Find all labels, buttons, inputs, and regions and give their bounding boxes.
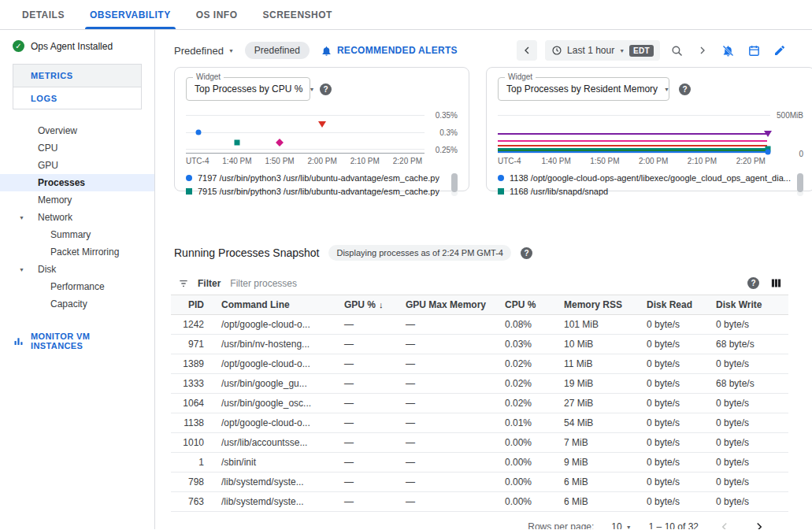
sidebar-item-cpu[interactable]: CPU <box>0 139 154 157</box>
column-header-label: CPU % <box>505 299 536 310</box>
legend-item[interactable]: 7915 /usr/bin/python3 /usr/lib/ubuntu-ad… <box>186 187 445 196</box>
column-display-options-icon[interactable] <box>770 277 782 289</box>
tab-screenshot[interactable]: SCREENSHOT <box>250 0 345 29</box>
bell-off-icon <box>721 44 735 57</box>
column-header-memory-rss[interactable]: Memory RSS <box>558 295 640 315</box>
widgets-row: Widget Top Processes by CPU % ▼ ? 0.35%0… <box>174 67 788 191</box>
previous-page-button[interactable] <box>716 518 733 529</box>
table-row[interactable]: 1138/opt/google-cloud-o...——0.01%54 MiB0… <box>171 413 788 433</box>
chevron-down-icon: ▼ <box>309 87 314 92</box>
help-icon[interactable]: ? <box>521 247 532 259</box>
column-header-label: Command Line <box>221 299 290 310</box>
column-header-gpu-max-memory[interactable]: GPU Max Memory <box>399 295 499 315</box>
sidebar-item-overview[interactable]: Overview <box>0 122 154 139</box>
table-row[interactable]: 1389/opt/google-cloud-o...——0.02%11 MiB0… <box>171 354 788 374</box>
table-row[interactable]: 1010/usr/lib/accountsse...——0.00%7 MiB0 … <box>171 433 788 453</box>
help-icon[interactable]: ? <box>320 83 332 95</box>
time-range-selector[interactable]: Last 1 hour ▼ EDT <box>545 40 660 61</box>
widget-card-top-processes-memory: Widget Top Processes by Resident Memory … <box>486 67 812 191</box>
sidebar-item-gpu[interactable]: GPU <box>0 157 154 174</box>
main-content: Predefined ▼ Predefined RECOMMENDED ALER… <box>155 30 812 529</box>
sidebar-view-metrics[interactable]: METRICS <box>13 65 141 87</box>
table-row[interactable]: 1/sbin/init——0.00%9 MiB0 byte/s0 byte/s <box>171 453 788 473</box>
sidebar-item-packet-mirroring[interactable]: Packet Mirroring <box>0 243 154 261</box>
legend-scrollbar[interactable] <box>451 173 458 196</box>
widget-type-select[interactable]: Widget Top Processes by CPU % ▼ <box>186 77 310 101</box>
sidebar-item-memory[interactable]: Memory <box>0 191 154 209</box>
chevron-down-icon: ▼ <box>228 48 234 54</box>
column-header-command-line[interactable]: Command Line <box>215 295 338 315</box>
column-header-cpu[interactable]: CPU % <box>499 295 558 315</box>
sidebar-item-capacity[interactable]: Capacity <box>0 295 154 313</box>
sidebar-view-logs[interactable]: LOGS <box>13 87 141 109</box>
cell-pid: 1010 <box>171 433 215 453</box>
view-in-dashboard-button[interactable] <box>745 42 763 60</box>
legend-item[interactable]: 7197 /usr/bin/python3 /usr/lib/ubuntu-ad… <box>186 173 445 183</box>
sidebar-item-label: CPU <box>38 143 57 154</box>
chevron-left-icon <box>717 520 732 529</box>
x-tick-label: 2:10 PM <box>350 157 380 165</box>
help-icon[interactable]: ? <box>679 83 691 95</box>
chart-y-axis-labels: 500MiB0 <box>770 111 803 154</box>
tab-os-info[interactable]: OS INFO <box>184 0 250 29</box>
predefined-chip[interactable]: Predefined <box>245 42 310 59</box>
time-pan-right-button[interactable] <box>694 42 711 59</box>
time-pan-left-button[interactable] <box>517 40 537 61</box>
widget-type-select[interactable]: Widget Top Processes by Resident Memory … <box>498 77 669 101</box>
tab-observability[interactable]: OBSERVABILITY <box>77 0 184 29</box>
table-row[interactable]: 1333/usr/bin/google_gu...——0.02%19 MiB0 … <box>171 374 788 394</box>
dashboard-preset-label: Predefined <box>174 45 224 57</box>
legend-marker-square <box>498 188 504 195</box>
sidebar-item-performance[interactable]: Performance <box>0 278 154 295</box>
edit-dashboard-button[interactable] <box>771 42 788 59</box>
cell-gpu: — <box>338 492 399 512</box>
chart-x-axis-labels: UTC-41:40 PM1:50 PM2:00 PM2:10 PM2:20 PM <box>498 154 770 166</box>
table-row[interactable]: 971/usr/bin/nv-hosteng...——0.03%10 MiB0 … <box>171 335 788 354</box>
zoom-search-button[interactable] <box>668 42 686 60</box>
cell-pid: 1333 <box>171 374 215 394</box>
sidebar-item-summary[interactable]: Summary <box>0 226 154 243</box>
column-header-label: Memory RSS <box>564 299 622 310</box>
monitor-vm-instances-link[interactable]: MONITOR VM INSTANCES <box>13 332 142 350</box>
chart-y-axis-labels: 0.35%0.3%0.25% <box>425 111 458 154</box>
sidebar-item-label: GPU <box>38 160 58 171</box>
sidebar-item-disk[interactable]: ▼Disk <box>0 261 154 278</box>
y-tick-label: 0 <box>799 150 803 158</box>
series-line <box>498 151 767 153</box>
legend-scrollbar[interactable] <box>797 173 803 196</box>
cell-cpu: 0.02% <box>499 354 558 374</box>
chart-marker-triangle-down <box>318 121 326 128</box>
table-row[interactable]: 798/lib/systemd/syste...——0.00%6 MiB0 by… <box>171 473 788 492</box>
filter-processes-input[interactable] <box>228 277 740 290</box>
cell-disk-write: 0 byte/s <box>710 433 788 453</box>
expand-arrow-icon[interactable]: ▼ <box>19 215 24 221</box>
tab-details[interactable]: DETAILS <box>9 0 77 29</box>
chevron-down-icon: ▼ <box>664 87 669 92</box>
cpu-scatter-chart: 0.35%0.3%0.25% UTC-41:40 PM1:50 PM2:00 P… <box>186 111 458 166</box>
table-row[interactable]: 1064/usr/bin/google_osc...——0.02%27 MiB0… <box>171 394 788 413</box>
column-header-gpu[interactable]: GPU %↓ <box>338 295 399 315</box>
scrollbar-thumb[interactable] <box>451 173 458 192</box>
dashboard-preset-dropdown[interactable]: Predefined ▼ <box>174 45 234 57</box>
column-header-pid[interactable]: PID <box>171 295 215 315</box>
rows-per-page-select[interactable]: 10 ▼ <box>611 521 631 529</box>
search-icon <box>670 44 684 57</box>
column-header-disk-read[interactable]: Disk Read <box>640 295 710 315</box>
recommended-alerts-button[interactable]: RECOMMENDED ALERTS <box>321 45 458 57</box>
expand-arrow-icon[interactable]: ▼ <box>19 267 24 272</box>
cell-gpu-max-memory: — <box>399 374 499 394</box>
cell-pid: 763 <box>171 492 215 512</box>
column-header-disk-write[interactable]: Disk Write <box>710 295 788 315</box>
sidebar-item-network[interactable]: ▼Network <box>0 209 154 226</box>
table-row[interactable]: 763/lib/systemd/syste...——0.00%6 MiB0 by… <box>171 492 788 512</box>
next-page-button[interactable] <box>751 518 768 529</box>
table-row[interactable]: 1242/opt/google-cloud-o...——0.08%101 MiB… <box>171 315 788 335</box>
sidebar-item-processes[interactable]: Processes <box>0 174 154 191</box>
alerts-off-button[interactable] <box>719 42 737 60</box>
pencil-icon <box>773 44 786 57</box>
scrollbar-thumb[interactable] <box>797 173 803 192</box>
legend-item[interactable]: 1138 /opt/google-cloud-ops-agent/libexec… <box>498 173 791 183</box>
legend-item[interactable]: 1168 /usr/lib/snapd/snapd <box>498 187 791 196</box>
help-icon[interactable]: ? <box>747 277 759 289</box>
cell-memory-rss: 101 MiB <box>558 315 640 335</box>
